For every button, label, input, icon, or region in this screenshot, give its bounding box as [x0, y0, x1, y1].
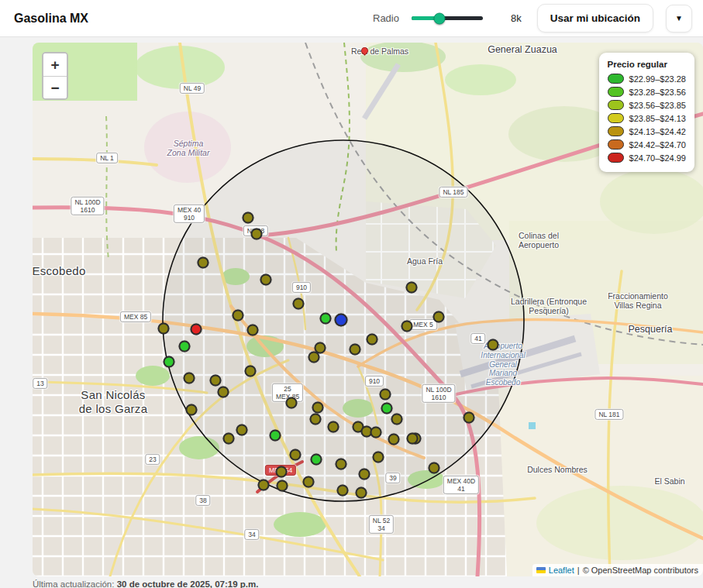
station-marker[interactable] [370, 427, 382, 438]
station-marker[interactable] [337, 485, 349, 497]
station-marker[interactable] [245, 366, 257, 377]
station-marker[interactable] [407, 433, 419, 445]
station-marker[interactable] [359, 469, 370, 480]
legend-swatch [608, 126, 624, 136]
zoom-in-button[interactable]: + [43, 53, 67, 76]
station-marker[interactable] [433, 311, 445, 323]
legend-item: $23.85–$24.13 [608, 113, 686, 123]
legend-price-range: $22.99–$23.28 [629, 74, 686, 84]
station-marker[interactable] [391, 414, 403, 425]
legend-price-range: $24.70–$24.99 [629, 153, 686, 163]
station-marker[interactable] [290, 449, 302, 461]
legend-swatch [608, 113, 624, 123]
station-marker[interactable] [381, 403, 393, 414]
zoom-out-button[interactable]: − [43, 76, 67, 98]
station-marker[interactable] [233, 310, 244, 322]
station-marker[interactable] [223, 433, 235, 445]
station-marker[interactable] [320, 313, 332, 325]
station-marker[interactable] [191, 324, 202, 335]
radius-label: Radio [373, 12, 399, 24]
station-marker[interactable] [310, 414, 322, 425]
legend-swatch [608, 87, 624, 97]
legend-item: $22.99–$23.28 [608, 74, 686, 84]
station-marker[interactable] [236, 425, 248, 436]
station-marker[interactable] [463, 412, 475, 424]
station-marker[interactable] [258, 480, 270, 491]
legend-item: $24.42–$24.70 [608, 139, 686, 150]
price-legend: Precio regular $22.99–$23.28$23.28–$23.5… [599, 53, 694, 172]
station-marker[interactable] [488, 339, 499, 351]
legend-items: $22.99–$23.28$23.28–$23.56$23.56–$23.85$… [608, 74, 686, 163]
station-marker[interactable] [247, 325, 259, 336]
map[interactable]: Real de PalmasGeneral ZuazuaEscobedoSan … [33, 43, 703, 576]
station-marker[interactable] [276, 466, 288, 478]
station-marker[interactable] [210, 375, 222, 387]
station-marker[interactable] [184, 373, 195, 384]
radius-value: 8k [511, 12, 522, 24]
station-marker[interactable] [277, 480, 288, 492]
leaflet-link[interactable]: Leaflet [549, 566, 574, 575]
legend-title: Precio regular [608, 60, 686, 69]
osm-attribution: © OpenStreetMap contributors [583, 566, 698, 575]
last-updated-label: Última actualización: [33, 579, 117, 588]
station-marker[interactable] [179, 341, 191, 352]
zoom-control: + − [42, 52, 68, 100]
station-marker[interactable] [308, 352, 320, 363]
radius-slider[interactable] [412, 16, 483, 20]
station-marker[interactable] [373, 452, 384, 463]
menu-dropdown-button[interactable]: ▼ [666, 5, 692, 33]
legend-item: $23.28–$23.56 [608, 87, 686, 97]
legend-swatch [608, 100, 624, 110]
station-marker[interactable] [286, 397, 298, 409]
station-marker[interactable] [218, 387, 229, 398]
map-attribution: Leaflet | © OpenStreetMap contributors [532, 564, 703, 576]
app-header: Gasolina MX Radio 8k Usar mi ubicación ▼ [0, 0, 703, 37]
station-marker[interactable] [336, 459, 347, 470]
station-marker[interactable] [158, 323, 170, 335]
legend-price-range: $23.85–$24.13 [629, 114, 686, 123]
station-marker[interactable] [303, 476, 315, 488]
station-marker[interactable] [186, 404, 198, 416]
station-marker[interactable] [401, 321, 413, 332]
station-marker[interactable] [350, 344, 361, 356]
legend-item: $23.56–$23.85 [608, 100, 686, 110]
use-my-location-button[interactable]: Usar mi ubicación [537, 4, 653, 33]
station-marker[interactable] [406, 282, 418, 294]
station-marker[interactable] [312, 402, 324, 414]
last-updated: Última actualización: 30 de octubre de 2… [33, 579, 703, 588]
station-marker[interactable] [293, 298, 305, 310]
legend-swatch [608, 139, 624, 150]
station-marker[interactable] [260, 274, 272, 286]
station-marker[interactable] [356, 487, 367, 499]
station-marker[interactable] [251, 229, 263, 240]
chevron-down-icon: ▼ [675, 14, 683, 22]
legend-price-range: $24.42–$24.70 [629, 140, 686, 150]
attribution-separator: | [577, 566, 580, 575]
station-marker[interactable] [164, 356, 175, 368]
station-marker[interactable] [270, 430, 281, 442]
legend-price-range: $23.28–$23.56 [629, 88, 686, 97]
station-marker[interactable] [335, 314, 348, 327]
station-marker[interactable] [311, 454, 322, 466]
station-marker[interactable] [328, 421, 339, 433]
legend-item: $24.70–$24.99 [608, 153, 686, 163]
station-marker[interactable] [429, 462, 440, 474]
station-marker[interactable] [243, 212, 254, 224]
station-marker[interactable] [198, 257, 209, 269]
radius-slider-knob[interactable] [433, 12, 445, 24]
legend-price-range: $23.56–$23.85 [629, 101, 686, 110]
last-updated-value: 30 de octubre de 2025, 07:19 p.m. [117, 579, 259, 588]
legend-swatch [608, 153, 624, 163]
ukraine-flag-icon [536, 567, 546, 573]
app-title: Gasolina MX [14, 12, 88, 26]
legend-item: $24.13–$24.42 [608, 126, 686, 136]
legend-swatch [608, 74, 624, 84]
station-marker[interactable] [367, 334, 378, 346]
station-marker[interactable] [388, 434, 400, 445]
station-marker[interactable] [380, 389, 391, 401]
legend-price-range: $24.13–$24.42 [629, 127, 686, 136]
